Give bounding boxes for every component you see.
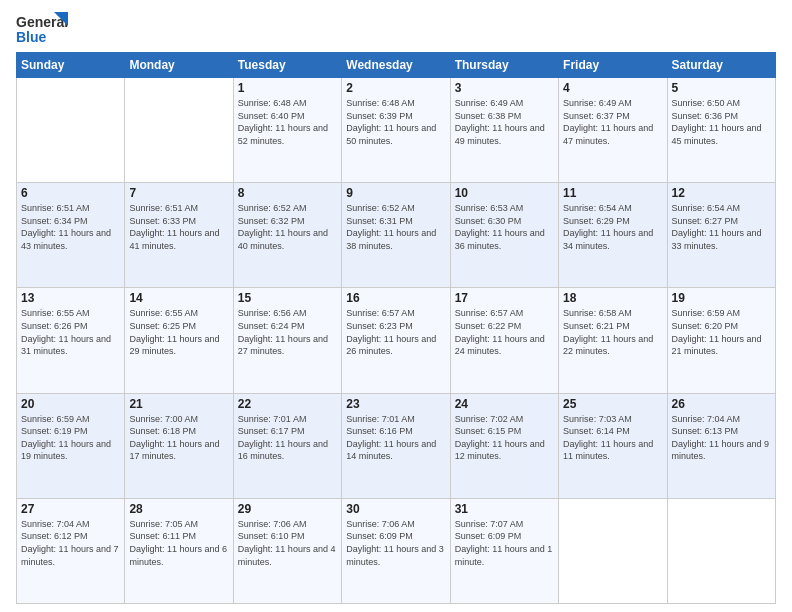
day-info: Sunrise: 6:58 AMSunset: 6:21 PMDaylight:… (563, 307, 662, 357)
day-info: Sunrise: 6:52 AMSunset: 6:32 PMDaylight:… (238, 202, 337, 252)
day-number: 2 (346, 81, 445, 95)
day-number: 3 (455, 81, 554, 95)
day-number: 10 (455, 186, 554, 200)
calendar-cell: 2Sunrise: 6:48 AMSunset: 6:39 PMDaylight… (342, 78, 450, 183)
day-number: 13 (21, 291, 120, 305)
calendar-table: SundayMondayTuesdayWednesdayThursdayFrid… (16, 52, 776, 604)
day-info: Sunrise: 6:56 AMSunset: 6:24 PMDaylight:… (238, 307, 337, 357)
day-info: Sunrise: 6:59 AMSunset: 6:20 PMDaylight:… (672, 307, 771, 357)
day-info: Sunrise: 6:51 AMSunset: 6:33 PMDaylight:… (129, 202, 228, 252)
calendar-body: 1Sunrise: 6:48 AMSunset: 6:40 PMDaylight… (17, 78, 776, 604)
day-number: 31 (455, 502, 554, 516)
day-info: Sunrise: 6:55 AMSunset: 6:25 PMDaylight:… (129, 307, 228, 357)
calendar-week-3: 13Sunrise: 6:55 AMSunset: 6:26 PMDayligh… (17, 288, 776, 393)
weekday-header-sunday: Sunday (17, 53, 125, 78)
day-number: 20 (21, 397, 120, 411)
day-number: 1 (238, 81, 337, 95)
day-info: Sunrise: 6:54 AMSunset: 6:27 PMDaylight:… (672, 202, 771, 252)
day-info: Sunrise: 7:06 AMSunset: 6:09 PMDaylight:… (346, 518, 445, 568)
day-info: Sunrise: 7:04 AMSunset: 6:12 PMDaylight:… (21, 518, 120, 568)
calendar-cell: 28Sunrise: 7:05 AMSunset: 6:11 PMDayligh… (125, 498, 233, 603)
calendar-header: SundayMondayTuesdayWednesdayThursdayFrid… (17, 53, 776, 78)
day-info: Sunrise: 7:02 AMSunset: 6:15 PMDaylight:… (455, 413, 554, 463)
day-number: 21 (129, 397, 228, 411)
day-number: 19 (672, 291, 771, 305)
day-number: 28 (129, 502, 228, 516)
calendar-cell: 21Sunrise: 7:00 AMSunset: 6:18 PMDayligh… (125, 393, 233, 498)
day-info: Sunrise: 7:03 AMSunset: 6:14 PMDaylight:… (563, 413, 662, 463)
calendar-cell: 29Sunrise: 7:06 AMSunset: 6:10 PMDayligh… (233, 498, 341, 603)
day-number: 30 (346, 502, 445, 516)
day-number: 18 (563, 291, 662, 305)
weekday-header-thursday: Thursday (450, 53, 558, 78)
calendar-cell: 13Sunrise: 6:55 AMSunset: 6:26 PMDayligh… (17, 288, 125, 393)
day-info: Sunrise: 6:52 AMSunset: 6:31 PMDaylight:… (346, 202, 445, 252)
day-number: 15 (238, 291, 337, 305)
day-number: 8 (238, 186, 337, 200)
calendar-cell: 22Sunrise: 7:01 AMSunset: 6:17 PMDayligh… (233, 393, 341, 498)
day-number: 16 (346, 291, 445, 305)
calendar-cell: 1Sunrise: 6:48 AMSunset: 6:40 PMDaylight… (233, 78, 341, 183)
calendar-cell: 31Sunrise: 7:07 AMSunset: 6:09 PMDayligh… (450, 498, 558, 603)
calendar-cell (125, 78, 233, 183)
calendar-cell: 18Sunrise: 6:58 AMSunset: 6:21 PMDayligh… (559, 288, 667, 393)
day-info: Sunrise: 7:01 AMSunset: 6:16 PMDaylight:… (346, 413, 445, 463)
day-info: Sunrise: 6:49 AMSunset: 6:38 PMDaylight:… (455, 97, 554, 147)
calendar-cell (17, 78, 125, 183)
day-info: Sunrise: 6:55 AMSunset: 6:26 PMDaylight:… (21, 307, 120, 357)
day-number: 11 (563, 186, 662, 200)
calendar-cell: 17Sunrise: 6:57 AMSunset: 6:22 PMDayligh… (450, 288, 558, 393)
day-number: 17 (455, 291, 554, 305)
calendar-cell: 7Sunrise: 6:51 AMSunset: 6:33 PMDaylight… (125, 183, 233, 288)
weekday-header-saturday: Saturday (667, 53, 775, 78)
day-info: Sunrise: 7:05 AMSunset: 6:11 PMDaylight:… (129, 518, 228, 568)
day-number: 24 (455, 397, 554, 411)
calendar-cell: 23Sunrise: 7:01 AMSunset: 6:16 PMDayligh… (342, 393, 450, 498)
calendar-cell: 15Sunrise: 6:56 AMSunset: 6:24 PMDayligh… (233, 288, 341, 393)
day-info: Sunrise: 7:00 AMSunset: 6:18 PMDaylight:… (129, 413, 228, 463)
logo: GeneralBlue (16, 12, 68, 46)
weekday-header-tuesday: Tuesday (233, 53, 341, 78)
calendar-cell: 20Sunrise: 6:59 AMSunset: 6:19 PMDayligh… (17, 393, 125, 498)
calendar-cell: 27Sunrise: 7:04 AMSunset: 6:12 PMDayligh… (17, 498, 125, 603)
calendar-cell: 25Sunrise: 7:03 AMSunset: 6:14 PMDayligh… (559, 393, 667, 498)
calendar-cell: 10Sunrise: 6:53 AMSunset: 6:30 PMDayligh… (450, 183, 558, 288)
weekday-header-wednesday: Wednesday (342, 53, 450, 78)
calendar-cell (667, 498, 775, 603)
day-info: Sunrise: 7:06 AMSunset: 6:10 PMDaylight:… (238, 518, 337, 568)
weekday-header-monday: Monday (125, 53, 233, 78)
calendar-cell: 4Sunrise: 6:49 AMSunset: 6:37 PMDaylight… (559, 78, 667, 183)
calendar-cell: 19Sunrise: 6:59 AMSunset: 6:20 PMDayligh… (667, 288, 775, 393)
calendar-cell: 11Sunrise: 6:54 AMSunset: 6:29 PMDayligh… (559, 183, 667, 288)
day-info: Sunrise: 7:01 AMSunset: 6:17 PMDaylight:… (238, 413, 337, 463)
weekday-header-friday: Friday (559, 53, 667, 78)
calendar-cell: 9Sunrise: 6:52 AMSunset: 6:31 PMDaylight… (342, 183, 450, 288)
day-info: Sunrise: 6:54 AMSunset: 6:29 PMDaylight:… (563, 202, 662, 252)
day-info: Sunrise: 6:57 AMSunset: 6:23 PMDaylight:… (346, 307, 445, 357)
day-info: Sunrise: 6:48 AMSunset: 6:40 PMDaylight:… (238, 97, 337, 147)
day-info: Sunrise: 6:48 AMSunset: 6:39 PMDaylight:… (346, 97, 445, 147)
day-info: Sunrise: 6:50 AMSunset: 6:36 PMDaylight:… (672, 97, 771, 147)
day-number: 22 (238, 397, 337, 411)
weekday-header-row: SundayMondayTuesdayWednesdayThursdayFrid… (17, 53, 776, 78)
day-number: 9 (346, 186, 445, 200)
calendar-week-1: 1Sunrise: 6:48 AMSunset: 6:40 PMDaylight… (17, 78, 776, 183)
calendar-cell: 26Sunrise: 7:04 AMSunset: 6:13 PMDayligh… (667, 393, 775, 498)
day-number: 4 (563, 81, 662, 95)
logo-svg: GeneralBlue (16, 12, 68, 46)
day-number: 14 (129, 291, 228, 305)
day-number: 29 (238, 502, 337, 516)
calendar-cell: 12Sunrise: 6:54 AMSunset: 6:27 PMDayligh… (667, 183, 775, 288)
header: GeneralBlue (16, 12, 776, 46)
day-info: Sunrise: 7:07 AMSunset: 6:09 PMDaylight:… (455, 518, 554, 568)
calendar-cell: 16Sunrise: 6:57 AMSunset: 6:23 PMDayligh… (342, 288, 450, 393)
day-number: 12 (672, 186, 771, 200)
day-info: Sunrise: 6:59 AMSunset: 6:19 PMDaylight:… (21, 413, 120, 463)
day-info: Sunrise: 6:51 AMSunset: 6:34 PMDaylight:… (21, 202, 120, 252)
day-number: 7 (129, 186, 228, 200)
calendar-cell: 24Sunrise: 7:02 AMSunset: 6:15 PMDayligh… (450, 393, 558, 498)
calendar-cell: 14Sunrise: 6:55 AMSunset: 6:25 PMDayligh… (125, 288, 233, 393)
calendar-cell: 8Sunrise: 6:52 AMSunset: 6:32 PMDaylight… (233, 183, 341, 288)
day-info: Sunrise: 6:53 AMSunset: 6:30 PMDaylight:… (455, 202, 554, 252)
day-number: 26 (672, 397, 771, 411)
